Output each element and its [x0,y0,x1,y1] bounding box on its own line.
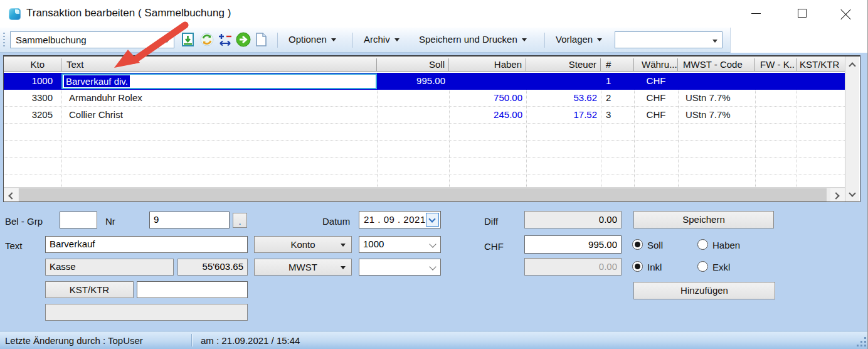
column-header-fw-k[interactable]: FW - K.. [755,58,797,71]
cell-mwst-code [678,75,755,88]
column-header-steuer[interactable]: Steuer [526,58,601,71]
toolbar-separator [544,33,545,48]
template-combo[interactable] [615,31,722,48]
maximize-button[interactable] [791,5,813,21]
horizontal-scrollbar[interactable] [4,187,845,202]
cell-kst-ktr [797,92,845,105]
adjust-amount-button[interactable] [217,32,233,48]
bel-grp-input[interactable] [60,212,97,228]
chevron-down-icon [712,40,717,43]
cell-fw-k [755,75,797,88]
scroll-up-button[interactable] [846,58,859,71]
scroll-down-button[interactable] [846,188,859,201]
cell-steuer [526,75,601,88]
toolbar-separator [277,33,278,48]
optionen-label: Optionen [288,34,327,45]
cell-waehrung: CHF [634,109,678,122]
booking-type-combo[interactable]: Sammelbuchung [10,31,174,48]
cell-kst-ktr [797,109,845,122]
document-import-button[interactable] [181,32,197,48]
nr-input[interactable]: 9 [149,212,230,228]
cell-num: 2 [601,92,634,105]
statusbar-separator [191,334,192,346]
kst-ktr-button[interactable]: KST/KTR [45,281,134,298]
speichern-button[interactable]: Speichern [633,211,774,228]
saldo-field: 55'603.65 [177,259,248,276]
minimize-button[interactable] [745,5,766,21]
vorlagen-menu[interactable]: Vorlagen [551,32,606,48]
scroll-right-button[interactable] [830,188,845,202]
vertical-scrollbar[interactable] [845,56,859,202]
table-row[interactable]: 3300 Armanduhr Rolex 750.00 53.62 2 CHF … [4,90,845,107]
datum-picker[interactable]: 21 . 09 . 2021 [359,211,441,228]
konto-combo-value: 1000 [363,239,384,249]
toolbar-grip[interactable] [3,33,5,48]
horizontal-scrollbar-thumb[interactable] [19,188,827,202]
close-button[interactable] [835,5,857,21]
mwst-dropdown-button[interactable]: MWST [254,259,352,276]
column-header-waehrung[interactable]: Währu... [634,58,678,71]
last-change-text: Letzte Änderung durch : TopUser [5,335,143,346]
chf-amount-input[interactable]: 995.00 [524,235,622,254]
document-import-icon [181,32,196,47]
mwst-combo[interactable] [359,259,441,276]
minimize-icon [751,13,761,14]
go-icon [236,32,251,47]
resize-grip-icon[interactable] [856,336,866,346]
refresh-icon [199,32,214,47]
table-row[interactable]: 3205 Collier Christ 245.00 17.52 3 CHF U… [4,107,845,124]
cell-text: Armanduhr Rolex [61,92,377,105]
window-title: Transaktion bearbeiten ( Sammelbuchung ) [26,7,231,19]
speichern-drucken-menu[interactable]: Speichern und Drucken [414,32,531,48]
exkl-radio[interactable] [697,261,708,272]
kst-ktr-input[interactable] [137,281,248,298]
datum-dropdown-button[interactable] [426,213,439,227]
cell-waehrung: CHF [634,75,678,88]
cell-num: 1 [601,75,634,88]
column-header-soll[interactable]: Soll [377,58,449,71]
tax-amount-field: 0.00 [524,258,622,276]
soll-radio[interactable] [632,239,643,250]
chevron-down-icon [428,215,435,222]
cell-soll [377,109,449,122]
column-header-haben[interactable]: Haben [449,58,526,71]
datum-label: Datum [322,216,350,227]
inkl-radio-label: Inkl [647,262,662,272]
booking-type-value: Sammelbuchung [16,35,87,45]
haben-radio[interactable] [697,239,708,250]
selected-text: Barverkauf div. [64,75,130,87]
chevron-down-icon [849,190,855,196]
column-header-mwst-code[interactable]: MWST - Code [678,58,755,71]
chevron-down-icon [522,38,527,41]
grid-header: Kto Text Soll Haben Steuer # Währu... MW… [4,56,845,72]
hinzufuegen-button[interactable]: Hinzufügen [633,282,775,299]
inkl-radio[interactable] [632,261,643,272]
status-bar: Letzte Änderung durch : TopUser am : 21.… [0,331,868,349]
refresh-button[interactable] [199,32,216,48]
text-cell-edit-input[interactable]: Barverkauf div. [61,73,377,89]
konto-combo[interactable]: 1000 [359,236,441,253]
dot-button[interactable]: . [233,213,247,228]
toolbar: Sammelbuchung [0,28,731,53]
haben-radio-label: Haben [712,240,740,250]
cell-soll [377,92,449,105]
adjust-amount-icon [217,32,233,48]
table-row[interactable]: 1000 995.00 1 CHF Barverkauf div. [4,73,845,90]
konto-dropdown-button[interactable]: Konto [254,236,352,253]
new-document-button[interactable] [253,32,270,48]
archiv-menu[interactable]: Archiv [359,32,403,48]
cell-waehrung: CHF [634,92,678,105]
text-input[interactable]: Barverkauf [45,236,248,253]
chevron-right-icon [832,192,839,199]
column-header-text[interactable]: Text [61,58,377,71]
column-header-kto[interactable]: Kto [4,58,61,71]
cell-kto: 1000 [4,75,61,88]
column-header-num[interactable]: # [601,58,634,71]
scroll-left-button[interactable] [4,188,18,202]
app-icon [9,8,21,20]
transaction-edit-window: Transaktion bearbeiten ( Sammelbuchung )… [0,0,868,349]
cell-kto: 3300 [4,92,61,105]
optionen-menu[interactable]: Optionen [283,32,340,48]
column-header-kst-ktr[interactable]: KST/KTR [797,58,845,71]
go-button[interactable] [236,32,252,48]
